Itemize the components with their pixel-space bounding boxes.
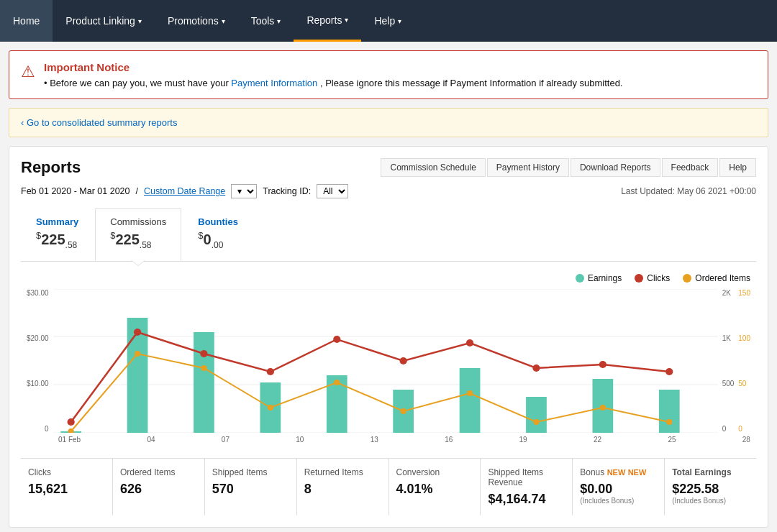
nav-product-linking[interactable]: Product Linking ▾ bbox=[53, 0, 155, 42]
feedback-tab[interactable]: Feedback bbox=[662, 158, 719, 177]
consolidated-summary-link[interactable]: ‹ Go to consolidated summary reports bbox=[21, 117, 177, 128]
x-label-8: 25 bbox=[668, 436, 676, 444]
svg-point-30 bbox=[467, 390, 473, 396]
date-left: Feb 01 2020 - Mar 01 2020 / Custom Date … bbox=[21, 184, 348, 198]
svg-point-29 bbox=[400, 408, 406, 414]
stat-bonus-label: Bonus NEW NEW bbox=[580, 467, 657, 477]
svg-point-20 bbox=[466, 339, 473, 347]
nav-promotions-label: Promotions bbox=[168, 15, 219, 27]
svg-point-27 bbox=[267, 405, 273, 411]
stat-returned-label: Returned Items bbox=[304, 467, 381, 477]
chart-container: $30.00 $20.00 $10.00 0 bbox=[27, 289, 750, 433]
x-axis-labels: 01 Feb 04 07 10 13 16 19 22 25 28 bbox=[27, 433, 750, 444]
nav-help-label: Help bbox=[374, 15, 395, 27]
nav-home[interactable]: Home bbox=[0, 0, 53, 42]
svg-point-15 bbox=[134, 329, 141, 336]
y-axis-right1: 2K 1K 500 0 bbox=[718, 289, 735, 433]
date-range-dropdown[interactable]: ▾ bbox=[231, 184, 257, 198]
y-right1-top: 2K bbox=[722, 289, 731, 297]
y-left-2: $20.00 bbox=[27, 334, 49, 342]
stat-bonus-value: $0.00 bbox=[580, 482, 657, 497]
svg-point-33 bbox=[666, 419, 672, 425]
ordered-label: Ordered Items bbox=[695, 273, 750, 283]
payment-history-tab[interactable]: Payment History bbox=[487, 158, 569, 177]
download-reports-tab[interactable]: Download Reports bbox=[571, 158, 660, 177]
summary-tab-commissions[interactable]: Commissions $225.58 bbox=[95, 208, 181, 261]
x-label-0: 01 Feb bbox=[58, 436, 81, 444]
stat-bonus: Bonus NEW NEW $0.00 (Includes Bonus) bbox=[573, 459, 665, 515]
y-left-bottom: 0 bbox=[45, 425, 49, 433]
summary-tab-bounties[interactable]: Bounties $0.00 bbox=[183, 208, 253, 261]
y-right1-3: 500 bbox=[722, 380, 735, 387]
summary-tab-commissions-label: Commissions bbox=[110, 216, 166, 227]
x-label-4: 13 bbox=[371, 436, 378, 444]
notice-content: Important Notice • Before we can pay you… bbox=[44, 61, 622, 88]
summary-tab-summary[interactable]: Summary $225.58 bbox=[21, 208, 94, 261]
help-tab[interactable]: Help bbox=[719, 158, 756, 177]
date-row: Feb 01 2020 - Mar 01 2020 / Custom Date … bbox=[21, 184, 756, 198]
stats-table: Clicks 15,621 Ordered Items 626 Shipped … bbox=[21, 458, 756, 515]
svg-point-21 bbox=[532, 364, 540, 372]
tracking-id-dropdown[interactable]: All bbox=[317, 184, 348, 198]
stat-shipped-revenue-value: $4,164.74 bbox=[488, 492, 565, 507]
y-axis-left: $30.00 $20.00 $10.00 0 bbox=[27, 289, 53, 433]
nav-reports[interactable]: Reports ▾ bbox=[294, 0, 361, 42]
svg-point-14 bbox=[67, 418, 74, 426]
reports-panel: Reports Commission Schedule Payment Hist… bbox=[9, 146, 768, 528]
nav-tools-label: Tools bbox=[251, 15, 275, 27]
commission-schedule-tab[interactable]: Commission Schedule bbox=[381, 158, 485, 177]
y-right2-bottom: 0 bbox=[738, 425, 742, 433]
y-right2-top: 150 bbox=[738, 289, 750, 297]
svg-rect-10 bbox=[459, 368, 480, 433]
svg-rect-11 bbox=[526, 397, 547, 433]
nav-tools[interactable]: Tools ▾ bbox=[238, 0, 294, 42]
stat-returned-items: Returned Items 8 bbox=[297, 459, 389, 515]
navigation: Home Product Linking ▾ Promotions ▾ Tool… bbox=[0, 0, 777, 42]
stat-conversion-value: 4.01% bbox=[396, 482, 473, 497]
summary-tab-commissions-amount: $225.58 bbox=[110, 230, 166, 250]
y-right1-2: 1K bbox=[722, 334, 731, 342]
stat-shipped-value: 570 bbox=[212, 482, 289, 497]
stat-shipped-label: Shipped Items bbox=[212, 467, 289, 477]
svg-rect-6 bbox=[194, 332, 214, 433]
legend-earnings: Earnings bbox=[576, 273, 622, 283]
ordered-dot bbox=[683, 274, 691, 283]
y-left-3: $10.00 bbox=[27, 380, 49, 387]
stat-shipped-revenue-label: Shipped Items Revenue bbox=[488, 467, 565, 487]
x-label-5: 16 bbox=[445, 436, 453, 444]
clicks-label: Clicks bbox=[647, 273, 670, 283]
bounties-whole: 0 bbox=[204, 231, 212, 247]
reports-title: Reports bbox=[21, 158, 81, 177]
nav-help[interactable]: Help ▾ bbox=[361, 0, 414, 42]
stat-ordered-value: 626 bbox=[120, 482, 197, 497]
svg-point-18 bbox=[333, 336, 340, 343]
earnings-label: Earnings bbox=[588, 273, 622, 283]
summary-tab-bounties-amount: $0.00 bbox=[198, 230, 238, 250]
nav-tools-chevron: ▾ bbox=[277, 17, 281, 25]
y-left-top: $30.00 bbox=[27, 289, 49, 297]
nav-promotions[interactable]: Promotions ▾ bbox=[155, 0, 238, 42]
custom-date-range-link[interactable]: Custom Date Range bbox=[144, 186, 225, 196]
nav-promotions-chevron: ▾ bbox=[222, 17, 225, 25]
y-right2-2: 100 bbox=[738, 334, 750, 342]
payment-information-link[interactable]: Payment Information bbox=[231, 78, 317, 88]
summary-tab-summary-amount: $225.58 bbox=[36, 230, 78, 250]
chart-legend: Earnings Clicks Ordered Items bbox=[27, 273, 750, 283]
x-label-1: 04 bbox=[147, 436, 155, 444]
chart-svg bbox=[53, 289, 718, 433]
nav-help-chevron: ▾ bbox=[398, 17, 401, 25]
svg-point-26 bbox=[201, 365, 206, 371]
commissions-whole: 225 bbox=[115, 231, 139, 247]
warning-icon: ⚠ bbox=[21, 63, 35, 81]
stat-total-earnings: Total Earnings $225.58 (Includes Bonus) bbox=[665, 459, 756, 515]
stat-total-value: $225.58 bbox=[672, 482, 749, 497]
summary-tab-bounties-label: Bounties bbox=[198, 216, 238, 227]
x-label-9: 28 bbox=[742, 436, 750, 444]
svg-point-16 bbox=[200, 350, 207, 357]
earnings-dot bbox=[576, 274, 584, 283]
notice-body: • Before we can pay you, we must have yo… bbox=[44, 78, 622, 88]
nav-home-label: Home bbox=[13, 15, 40, 27]
stat-clicks-label: Clicks bbox=[28, 467, 105, 477]
chart-inner bbox=[53, 289, 718, 433]
stat-ordered-label: Ordered Items bbox=[120, 467, 197, 477]
